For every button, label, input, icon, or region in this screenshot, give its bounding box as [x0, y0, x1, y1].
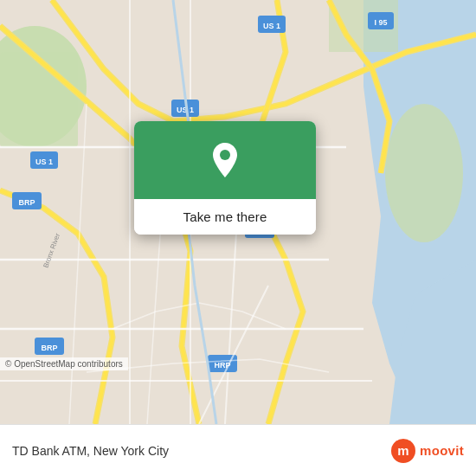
svg-point-31	[220, 150, 230, 160]
svg-text:US 1: US 1	[35, 158, 53, 166]
location-pin-icon	[209, 141, 241, 179]
svg-text:BRP: BRP	[41, 344, 57, 352]
take-me-there-card: Take me there	[134, 121, 316, 235]
map-attribution: © OpenStreetMap contributors	[0, 357, 128, 370]
svg-text:US 1: US 1	[263, 22, 280, 30]
svg-text:BRP: BRP	[18, 198, 35, 207]
location-label: TD Bank ATM, New York City	[12, 444, 169, 458]
moovit-m-icon: m	[391, 439, 415, 463]
take-me-there-button[interactable]: Take me there	[134, 199, 316, 235]
moovit-logo: m moovit	[391, 439, 464, 463]
card-header	[134, 121, 316, 199]
svg-rect-2	[0, 52, 78, 147]
svg-point-3	[385, 104, 463, 242]
map-view: US 1 US 1 BRP BRP HRP HRP US 1 I 95 Bron…	[0, 0, 476, 424]
svg-text:I 95: I 95	[374, 18, 387, 27]
bottom-bar: TD Bank ATM, New York City m moovit	[0, 424, 476, 476]
moovit-text: moovit	[420, 443, 464, 458]
